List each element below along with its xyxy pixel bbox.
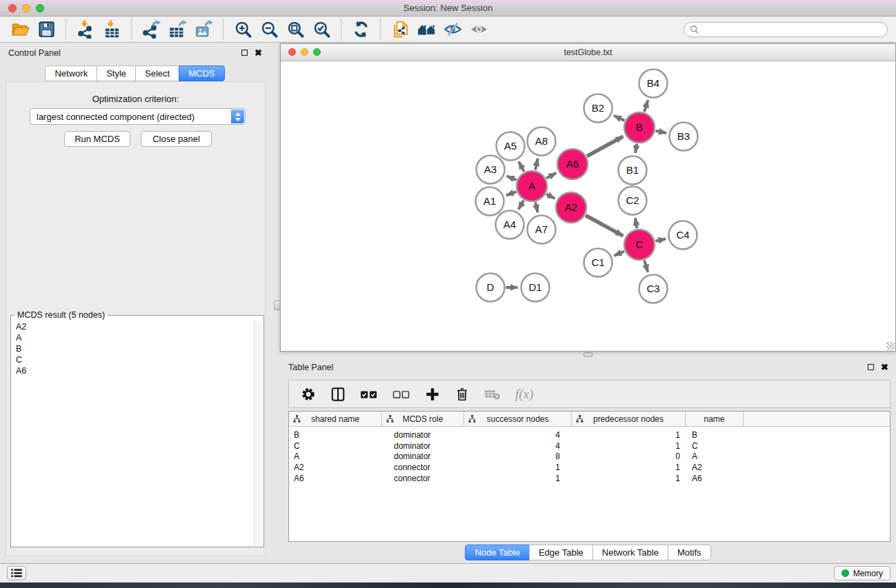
- select-all-columns-icon[interactable]: [360, 387, 378, 402]
- node-C[interactable]: C: [624, 230, 655, 260]
- edge-A2-C[interactable]: [586, 215, 623, 236]
- cell-shared-name[interactable]: A2: [289, 463, 382, 472]
- node-B1[interactable]: B1: [619, 156, 647, 185]
- edge-A6-B[interactable]: [587, 136, 623, 156]
- split-panel-icon[interactable]: [330, 387, 346, 402]
- node-A3[interactable]: A3: [477, 156, 505, 184]
- edge-A-A5[interactable]: [519, 161, 524, 171]
- node-D[interactable]: D: [477, 274, 505, 302]
- mcds-result-item[interactable]: A: [11, 332, 263, 343]
- edge-B-B2[interactable]: [614, 116, 624, 121]
- export-network-icon[interactable]: [141, 19, 161, 40]
- node-A6[interactable]: A6: [557, 149, 588, 179]
- table-row[interactable]: Bdominator41B: [289, 429, 890, 440]
- tab-node-table[interactable]: Node Table: [465, 545, 530, 560]
- cell-shared-name[interactable]: A: [289, 452, 382, 461]
- edge-B-B4[interactable]: [644, 100, 648, 112]
- new-session-from-network-icon[interactable]: [390, 19, 410, 40]
- cell-successor-nodes[interactable]: 1: [464, 474, 572, 483]
- unselect-all-columns-icon[interactable]: [392, 387, 410, 402]
- node-A4[interactable]: A4: [496, 211, 524, 239]
- cell-name[interactable]: C: [686, 441, 744, 451]
- column-header-predecessor-nodes[interactable]: predecessor nodes: [572, 412, 686, 426]
- delete-column-trash-icon[interactable]: [455, 387, 470, 402]
- export-table-icon[interactable]: [167, 19, 188, 40]
- result-scrollbar[interactable]: [254, 321, 263, 546]
- cell-mcds-role[interactable]: dominator: [382, 452, 464, 461]
- node-C4[interactable]: C4: [669, 221, 697, 250]
- column-header-mcds-role[interactable]: MCDS role: [382, 412, 464, 426]
- cell-successor-nodes[interactable]: 8: [464, 452, 572, 461]
- node-D1[interactable]: D1: [521, 274, 550, 302]
- node-A1[interactable]: A1: [476, 187, 504, 216]
- mcds-result-item[interactable]: C: [11, 354, 263, 365]
- function-builder-icon[interactable]: f(x): [515, 387, 533, 402]
- table-row[interactable]: Adominator80A: [289, 451, 890, 462]
- node-C2[interactable]: C2: [619, 187, 647, 215]
- column-header-name[interactable]: name: [686, 412, 744, 426]
- edge-C-C2[interactable]: [635, 218, 637, 228]
- cell-name[interactable]: A: [686, 452, 744, 461]
- close-network-window-button[interactable]: [288, 48, 296, 56]
- window-resize-grip[interactable]: [886, 342, 895, 350]
- cell-predecessor-nodes[interactable]: 1: [572, 430, 686, 440]
- cell-successor-nodes[interactable]: 4: [464, 430, 572, 440]
- node-C1[interactable]: C1: [584, 249, 613, 277]
- cell-predecessor-nodes[interactable]: 0: [572, 452, 686, 461]
- table-row[interactable]: A6connector11A6: [289, 473, 890, 484]
- search-input[interactable]: [703, 23, 882, 35]
- cell-successor-nodes[interactable]: 1: [464, 463, 572, 472]
- edge-A-A8[interactable]: [535, 159, 538, 170]
- cell-name[interactable]: A6: [686, 474, 744, 483]
- cell-mcds-role[interactable]: dominator: [382, 441, 464, 451]
- tab-mcds[interactable]: MCDS: [179, 65, 224, 81]
- node-A[interactable]: A: [517, 171, 547, 201]
- column-header-successor-nodes[interactable]: successor nodes: [464, 412, 572, 426]
- zoom-network-window-button[interactable]: [313, 48, 321, 56]
- zoom-in-icon[interactable]: [232, 19, 253, 40]
- criterion-dropdown[interactable]: largest connected component (directed): [30, 108, 246, 125]
- run-mcds-button[interactable]: Run MCDS: [64, 131, 130, 147]
- dropdown-stepper-icon[interactable]: [231, 110, 244, 123]
- node-B4[interactable]: B4: [639, 70, 668, 98]
- table-row[interactable]: A2connector11A2: [289, 462, 890, 473]
- tab-network[interactable]: Network: [45, 65, 97, 81]
- first-neighbors-icon[interactable]: [416, 19, 437, 40]
- tab-select[interactable]: Select: [135, 65, 179, 81]
- import-table-icon[interactable]: [101, 19, 122, 40]
- close-panel-icon[interactable]: ✖: [255, 49, 262, 57]
- close-panel-button[interactable]: Close panel: [141, 131, 212, 147]
- cell-predecessor-nodes[interactable]: 1: [572, 463, 686, 472]
- mcds-result-item[interactable]: A6: [11, 365, 263, 376]
- horizontal-split-handle[interactable]: [584, 352, 593, 357]
- table-row[interactable]: Cdominator41C: [289, 440, 890, 452]
- save-session-icon[interactable]: [36, 19, 57, 40]
- edge-A-A6[interactable]: [546, 173, 556, 179]
- minimize-network-window-button[interactable]: [301, 48, 308, 56]
- cell-predecessor-nodes[interactable]: 1: [572, 441, 686, 451]
- edge-B-B1[interactable]: [635, 144, 637, 153]
- mcds-result-item[interactable]: A2: [11, 321, 263, 332]
- tab-style[interactable]: Style: [97, 65, 136, 81]
- cell-shared-name[interactable]: C: [289, 441, 382, 451]
- edge-C-C1[interactable]: [614, 252, 624, 256]
- edge-A-A7[interactable]: [535, 202, 537, 212]
- edge-C-C4[interactable]: [655, 239, 666, 241]
- zoom-out-icon[interactable]: [259, 19, 279, 40]
- edge-A-A4[interactable]: [519, 201, 524, 210]
- cell-name[interactable]: A2: [686, 463, 744, 472]
- zoom-fit-icon[interactable]: [285, 19, 306, 40]
- mcds-result-item[interactable]: B: [11, 343, 263, 354]
- node-B2[interactable]: B2: [584, 94, 613, 123]
- edge-A-A1[interactable]: [506, 192, 516, 195]
- cell-mcds-role[interactable]: dominator: [382, 430, 464, 440]
- task-history-button[interactable]: [7, 566, 26, 580]
- attribute-settings-gear-icon[interactable]: [301, 387, 316, 402]
- edge-C-C3[interactable]: [644, 261, 648, 272]
- edge-B-B3[interactable]: [656, 131, 666, 133]
- open-session-icon[interactable]: [10, 19, 30, 40]
- delete-table-icon[interactable]: [484, 387, 501, 401]
- cell-successor-nodes[interactable]: 4: [464, 441, 572, 451]
- tab-edge-table[interactable]: Edge Table: [529, 545, 593, 560]
- cell-predecessor-nodes[interactable]: 1: [572, 474, 686, 483]
